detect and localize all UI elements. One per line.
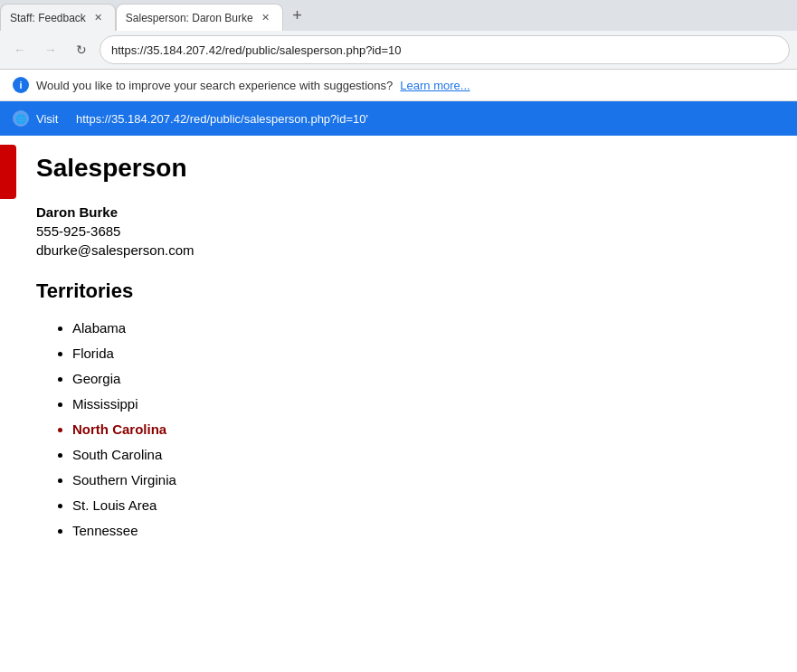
new-tab-button[interactable]: + xyxy=(285,3,310,28)
territories-list: AlabamaFloridaGeorgiaMississippiNorth Ca… xyxy=(36,317,761,542)
territory-item: St. Louis Area xyxy=(72,495,761,516)
reload-button[interactable]: ↻ xyxy=(69,37,94,62)
territory-item: Florida xyxy=(72,343,761,364)
info-icon: i xyxy=(13,77,29,93)
territory-item: Georgia xyxy=(72,368,761,390)
territory-item: Mississippi xyxy=(72,393,761,415)
url-suggestion-prefix: Visit xyxy=(36,112,58,126)
back-button[interactable]: ← xyxy=(7,37,33,62)
tab-staff-feedback-label: Staff: Feedback xyxy=(10,12,86,24)
territories-title: Territories xyxy=(36,279,761,303)
salesperson-name: Daron Burke xyxy=(36,204,761,220)
address-bar-container[interactable] xyxy=(100,35,790,64)
red-bar-decoration xyxy=(0,145,16,199)
tab-staff-feedback[interactable]: Staff: Feedback ✕ xyxy=(0,4,116,31)
address-bar-row: ← → ↻ xyxy=(0,31,797,69)
page-content: Salesperson Daron Burke 555-925-3685 dbu… xyxy=(0,136,797,563)
learn-more-link[interactable]: Learn more... xyxy=(400,79,470,92)
page-title: Salesperson xyxy=(36,154,761,183)
tab-bar: Staff: Feedback ✕ Salesperson: Daron Bur… xyxy=(0,0,797,31)
address-input[interactable] xyxy=(111,43,778,57)
territory-item: Southern Virginia xyxy=(72,469,761,491)
territory-item: Alabama xyxy=(72,317,761,339)
tab-salesperson-close[interactable]: ✕ xyxy=(259,11,273,25)
territory-item: North Carolina xyxy=(72,419,761,440)
url-suggestion-url: https://35.184.207.42/red/public/salespe… xyxy=(76,112,368,126)
tab-staff-feedback-close[interactable]: ✕ xyxy=(91,11,106,25)
browser-chrome: Staff: Feedback ✕ Salesperson: Daron Bur… xyxy=(0,0,797,70)
territory-item: South Carolina xyxy=(72,444,761,466)
notification-bar: i Would you like to improve your search … xyxy=(0,70,797,101)
forward-button[interactable]: → xyxy=(38,37,63,62)
tab-salesperson-label: Salesperson: Daron Burke xyxy=(126,12,253,24)
tab-salesperson[interactable]: Salesperson: Daron Burke ✕ xyxy=(116,4,283,31)
url-suggestion[interactable]: 🌐 Visit https://35.184.207.42/red/public… xyxy=(0,101,797,136)
territory-item: Tennessee xyxy=(72,520,761,542)
salesperson-email: dburke@salesperson.com xyxy=(36,242,761,258)
salesperson-phone: 555-925-3685 xyxy=(36,223,761,239)
notification-text: Would you like to improve your search ex… xyxy=(36,79,393,92)
globe-icon: 🌐 xyxy=(13,110,29,127)
